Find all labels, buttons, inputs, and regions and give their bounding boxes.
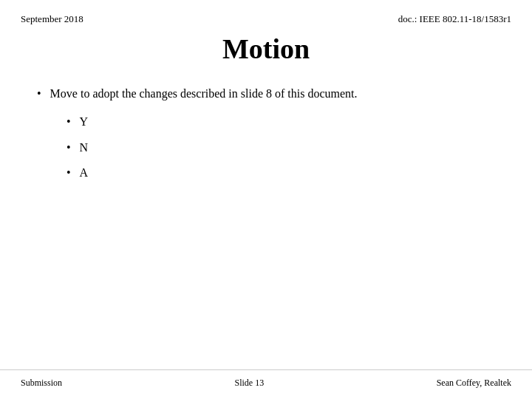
sub-bullet-y: • Y — [66, 114, 495, 130]
main-bullet-dot: • — [37, 86, 41, 102]
slide-footer: Submission Slide 13 Sean Coffey, Realtek — [0, 369, 532, 399]
sub-bullet-text-n: N — [80, 140, 89, 156]
footer-slide-number: Slide 13 — [235, 378, 265, 389]
main-bullet-item: • Move to adopt the changes described in… — [37, 86, 495, 102]
sub-bullets-list: • Y • N • A — [66, 114, 495, 181]
slide-content: • Move to adopt the changes described in… — [0, 86, 532, 182]
main-bullet-text: Move to adopt the changes described in s… — [50, 86, 358, 102]
sub-bullet-dot-y: • — [66, 114, 71, 130]
slide: September 2018 doc.: IEEE 802.11-18/1583… — [0, 0, 532, 399]
sub-bullet-dot-n: • — [66, 140, 71, 156]
header-date: September 2018 — [21, 13, 83, 25]
title-area: Motion — [0, 33, 532, 65]
sub-bullet-text-y: Y — [80, 114, 89, 130]
slide-header: September 2018 doc.: IEEE 802.11-18/1583… — [0, 0, 532, 25]
slide-title: Motion — [0, 33, 532, 65]
sub-bullet-text-a: A — [80, 165, 89, 181]
footer-submission: Submission — [21, 378, 62, 389]
sub-bullet-dot-a: • — [66, 165, 71, 181]
header-doc: doc.: IEEE 802.11-18/1583r1 — [398, 13, 511, 25]
sub-bullet-a: • A — [66, 165, 495, 181]
sub-bullet-n: • N — [66, 140, 495, 156]
footer-author: Sean Coffey, Realtek — [437, 378, 511, 389]
